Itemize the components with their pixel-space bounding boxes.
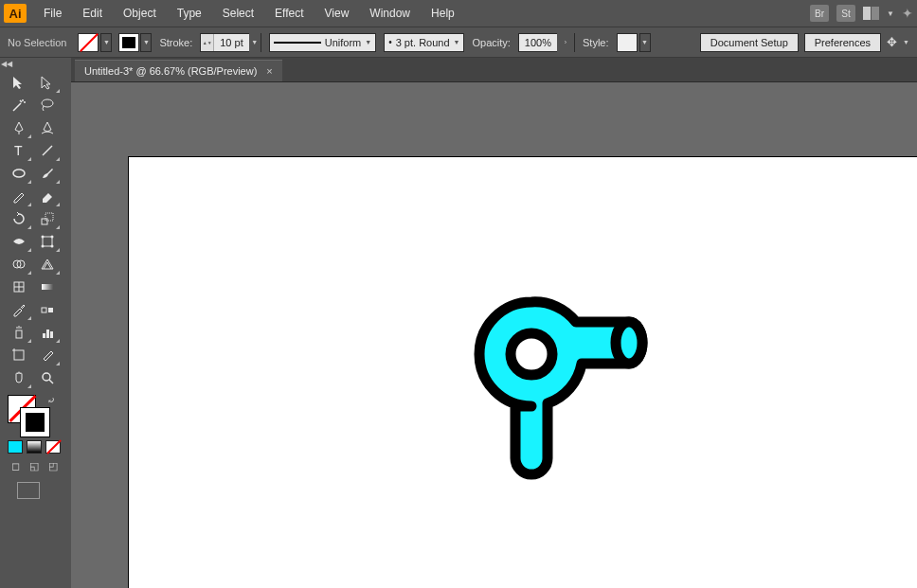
- magic-wand-tool[interactable]: [6, 94, 32, 116]
- color-mode-row: [8, 440, 71, 454]
- svg-point-8: [51, 236, 54, 239]
- transform-panel-icon[interactable]: ✥: [887, 35, 897, 49]
- svg-point-0: [42, 99, 53, 107]
- control-bar: No Selection ▼ ▼ Stroke: ▲▼ 10 pt ▼ Unif…: [0, 27, 917, 58]
- pen-tool[interactable]: [6, 116, 32, 139]
- document-tab[interactable]: Untitled-3* @ 66.67% (RGB/Preview) ×: [75, 60, 282, 81]
- pencil-tool[interactable]: [6, 185, 32, 207]
- screen-mode[interactable]: [17, 482, 71, 499]
- svg-rect-19: [16, 330, 22, 338]
- type-tool[interactable]: T: [6, 139, 32, 162]
- menu-file[interactable]: File: [34, 3, 71, 24]
- svg-rect-18: [48, 308, 53, 312]
- slice-tool[interactable]: [34, 344, 61, 366]
- column-graph-tool[interactable]: [34, 321, 61, 344]
- chevron-down-icon[interactable]: ▼: [639, 33, 651, 52]
- selection-tool[interactable]: [6, 71, 32, 94]
- stepper-icon[interactable]: ▲▼: [201, 34, 214, 51]
- stroke-indicator[interactable]: [21, 408, 49, 437]
- opacity-input[interactable]: 100% ›: [518, 33, 575, 52]
- menu-view[interactable]: View: [315, 3, 359, 24]
- menu-window[interactable]: Window: [360, 3, 420, 24]
- menu-type[interactable]: Type: [168, 3, 211, 24]
- canvas[interactable]: [71, 82, 917, 588]
- chevron-down-icon[interactable]: ▼: [887, 9, 894, 18]
- chevron-down-icon[interactable]: ▼: [365, 39, 371, 45]
- chevron-right-icon[interactable]: ›: [557, 33, 574, 52]
- document-tab-bar: Untitled-3* @ 66.67% (RGB/Preview) ×: [71, 58, 917, 82]
- stroke-color-icon: [119, 34, 138, 51]
- none-swatch[interactable]: [45, 440, 61, 454]
- close-tab-icon[interactable]: ×: [266, 65, 272, 77]
- profile-label: Uniform: [325, 37, 362, 48]
- width-tool[interactable]: [6, 230, 32, 253]
- swap-fill-stroke-icon[interactable]: ⤾: [47, 395, 55, 405]
- stroke-swatch[interactable]: ▼: [119, 33, 152, 52]
- brush-definition[interactable]: • 3 pt. Round ▼: [384, 33, 464, 52]
- bridge-icon[interactable]: Br: [810, 5, 829, 22]
- lasso-tool[interactable]: [34, 94, 61, 116]
- document-setup-button[interactable]: Document Setup: [700, 33, 799, 52]
- curvature-tool[interactable]: [34, 116, 61, 139]
- draw-behind-icon[interactable]: ◱: [27, 459, 42, 472]
- menu-object[interactable]: Object: [114, 3, 166, 24]
- mesh-tool[interactable]: [6, 276, 32, 298]
- collapse-icon[interactable]: ◀◀: [0, 58, 13, 69]
- chevron-down-icon[interactable]: ▼: [249, 33, 261, 52]
- draw-inside-icon[interactable]: ◰: [45, 459, 61, 472]
- profile-line-icon: [274, 42, 321, 44]
- preferences-button[interactable]: Preferences: [804, 33, 881, 52]
- chevron-down-icon[interactable]: ▼: [903, 39, 909, 45]
- graphic-style[interactable]: ▼: [617, 33, 651, 52]
- arrange-docs-icon[interactable]: [863, 7, 879, 20]
- stroke-label: Stroke:: [159, 37, 192, 48]
- app-logo: Ai: [4, 4, 27, 23]
- svg-rect-21: [46, 330, 49, 338]
- stroke-weight-input[interactable]: ▲▼ 10 pt ▼: [200, 33, 261, 52]
- gradient-tool[interactable]: [34, 276, 61, 298]
- ellipse-tool[interactable]: [6, 162, 32, 185]
- svg-rect-4: [42, 219, 47, 224]
- tab-title: Untitled-3* @ 66.67% (RGB/Preview): [84, 65, 257, 77]
- tools-panel: ◀◀ T: [0, 58, 71, 588]
- menu-edit[interactable]: Edit: [73, 3, 112, 24]
- workspace: ◀◀ T: [0, 58, 917, 588]
- fill-swatch[interactable]: ▼: [78, 33, 112, 52]
- chevron-down-icon[interactable]: ▼: [100, 33, 112, 52]
- gpu-icon[interactable]: ✦: [902, 6, 913, 21]
- zoom-tool[interactable]: [34, 366, 61, 389]
- fill-stroke-indicator[interactable]: ⤾: [8, 395, 55, 437]
- line-tool[interactable]: [34, 139, 61, 162]
- chevron-down-icon[interactable]: ▼: [454, 39, 460, 45]
- draw-normal-icon[interactable]: ◻: [8, 459, 23, 472]
- perspective-grid-tool[interactable]: [34, 253, 61, 276]
- color-swatch[interactable]: [8, 440, 23, 454]
- brush-label: 3 pt. Round: [396, 37, 450, 48]
- variable-width-profile[interactable]: Uniform ▼: [269, 33, 376, 52]
- blend-tool[interactable]: [34, 298, 61, 321]
- eraser-tool[interactable]: [34, 185, 61, 207]
- svg-line-27: [49, 380, 53, 383]
- free-transform-tool[interactable]: [34, 230, 61, 253]
- hand-tool[interactable]: [6, 366, 32, 389]
- artboard[interactable]: [128, 156, 917, 588]
- shape-builder-tool[interactable]: [6, 253, 32, 276]
- artwork-hairdryer[interactable]: [470, 288, 678, 496]
- symbol-sprayer-tool[interactable]: [6, 321, 32, 344]
- svg-rect-6: [43, 237, 52, 246]
- opacity-value: 100%: [519, 37, 557, 48]
- menu-effect[interactable]: Effect: [265, 3, 313, 24]
- svg-point-29: [511, 333, 552, 375]
- rotate-tool[interactable]: [6, 207, 32, 230]
- menu-help[interactable]: Help: [422, 3, 464, 24]
- artboard-tool[interactable]: [6, 344, 32, 366]
- direct-selection-tool[interactable]: [34, 71, 61, 94]
- chevron-down-icon[interactable]: ▼: [140, 33, 152, 52]
- paintbrush-tool[interactable]: [34, 162, 61, 185]
- stock-icon[interactable]: St: [836, 5, 855, 22]
- eyedropper-tool[interactable]: [6, 298, 32, 321]
- scale-tool[interactable]: [34, 207, 61, 230]
- svg-rect-23: [14, 350, 24, 360]
- gradient-swatch[interactable]: [27, 440, 42, 454]
- menu-select[interactable]: Select: [213, 3, 263, 24]
